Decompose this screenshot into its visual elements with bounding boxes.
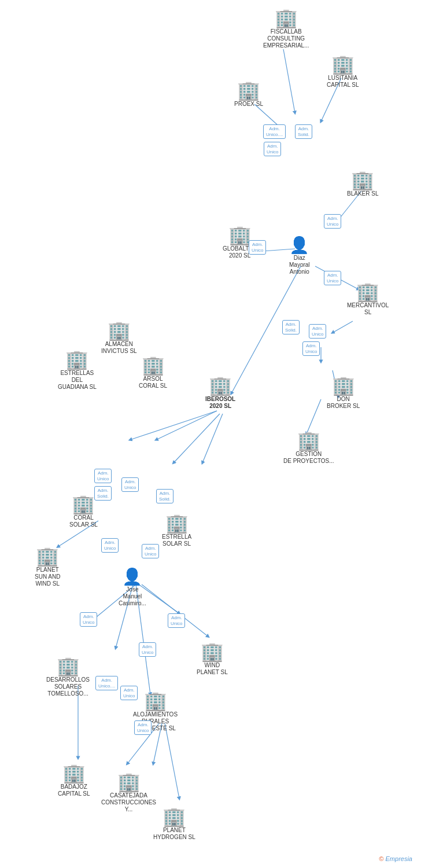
blaker-node[interactable]: 🏢 BLAKER SL [347,171,378,197]
fiscallab-icon: 🏢 [275,9,298,27]
coral-solar-icon: 🏢 [72,495,95,513]
svg-line-10 [306,399,321,434]
svg-line-13 [173,414,220,463]
coral-solar-node[interactable]: 🏢 CORALSOLAR SL [69,495,98,528]
proex-icon: 🏢 [237,81,260,100]
badge-adm-unico-left1[interactable]: Adm.Unico [94,469,112,483]
badajoz-label: BADAJOZCAPITAL SL [58,784,90,797]
planet-hydrogen-icon: 🏢 [163,807,186,826]
wind-planet-icon: 🏢 [201,642,224,661]
don-broker-node[interactable]: 🏢 DONBROKER SL [327,376,360,410]
badge-adm-unico-proex[interactable]: Adm.Unico [264,142,281,156]
desarrollos-icon: 🏢 [57,657,80,675]
badge-adm-unico-globalter[interactable]: Adm.Unico [249,240,266,255]
arsol-label: ARSOLCORAL SL [139,376,167,389]
svg-line-0 [283,49,295,113]
planet-sun-icon: 🏢 [36,547,59,565]
jose-label: JoseManuelCasimiro... [119,586,146,607]
badge-adm-unico-aloj[interactable]: Adm.Unico [134,720,152,735]
badajoz-icon: 🏢 [62,764,86,782]
planet-hydrogen-node[interactable]: 🏢 PLANETHYDROGEN SL [153,807,195,841]
badge-adm-unico-mid1[interactable]: Adm.Unico [309,324,326,339]
wind-planet-label: WINDPLANET SL [197,662,228,676]
badge-adm-solid-left[interactable]: Adm.Solid. [94,486,112,501]
arsol-icon: 🏢 [142,356,165,374]
planet-sun-label: PLANETSUN ANDWIND SL [35,567,60,587]
jose-icon: 👤 [122,569,142,585]
footer-brand: Empresia [386,855,412,862]
planet-sun-node[interactable]: 🏢 PLANETSUN ANDWIND SL [35,547,60,587]
casatejada-label: CASATEJADACONSTRUCCIONESY... [101,792,156,813]
almacen-icon: 🏢 [108,321,131,340]
diagram-container: 🏢 FISCALLABCONSULTINGEMPRESARIAL... 🏢 LU… [0,0,421,868]
gestion-node[interactable]: 🏢 GESTIONDE PROYECTOS... [283,431,334,465]
casatejada-node[interactable]: 🏢 CASATEJADACONSTRUCCIONESY... [101,773,156,813]
don-broker-icon: 🏢 [332,376,355,395]
gestion-label: GESTIONDE PROYECTOS... [283,451,334,465]
badge-adm-unico-des1[interactable]: Adm.Unico.... [95,676,118,690]
badge-adm-unico-mid2[interactable]: Adm.Unico [302,341,320,356]
blaker-icon: 🏢 [351,171,374,189]
arsol-node[interactable]: 🏢 ARSOLCORAL SL [139,356,167,389]
almacen-label: ALMACENINVICTUS SL [101,341,137,355]
mercantivol-icon: 🏢 [356,282,379,301]
diaz-icon: 👤 [289,237,309,253]
mercantivol-node[interactable]: 🏢 MERCANTIVOLSL [347,282,389,316]
jose-node[interactable]: 👤 JoseManuelCasimiro... [119,569,146,607]
svg-line-14 [202,414,223,463]
lusitania-label: LUSITANIACAPITAL SL [327,75,359,89]
casatejada-icon: 🏢 [117,773,141,791]
lusitania-node[interactable]: 🏢 LUSITANIACAPITAL SL [327,55,359,89]
don-broker-label: DONBROKER SL [327,396,360,410]
svg-line-18 [142,584,208,637]
badge-adm-unico-blaker[interactable]: Adm.Unico [324,214,341,229]
gestion-icon: 🏢 [297,431,320,450]
iberosol-icon: 🏢 [209,376,232,395]
estrellas-node[interactable]: 🏢 ESTRELLASDELGUADIANA SL [58,350,97,391]
globalter-icon: 🏢 [228,226,252,244]
blaker-label: BLAKER SL [347,190,378,197]
footer-copyright: © [379,855,383,862]
almacen-node[interactable]: 🏢 ALMACENINVICTUS SL [101,321,137,355]
badge-adm-unico-coral[interactable]: Adm.Unico [101,538,119,553]
lusitania-icon: 🏢 [331,55,354,73]
svg-line-11 [156,411,217,440]
badge-adm-unico-coral2[interactable]: Adm.Unico [142,544,159,558]
desarrollos-node[interactable]: 🏢 DESARROLLOSSOLARESTOMELLOSO... [46,657,90,697]
svg-line-7 [333,321,353,333]
iberosol-label: IBEROSOL2020 SL [205,396,235,410]
badge-adm-unico-jose3[interactable]: Adm.Unico [139,642,156,657]
desarrollos-label: DESARROLLOSSOLARESTOMELLOSO... [46,676,90,697]
coral-solar-label: CORALSOLAR SL [69,514,98,528]
diaz-node[interactable]: 👤 DiazMayoralAntonio [289,237,310,275]
badge-adm-unico-des2[interactable]: Adm.Unico [120,686,138,700]
estrella-solar-node[interactable]: 🏢 ESTRELLASOLAR SL [162,514,191,547]
fiscallab-label: FISCALLABCONSULTINGEMPRESARIAL... [263,28,309,49]
footer: © Empresia [379,855,412,862]
estrellas-label: ESTRELLASDELGUADIANA SL [58,370,97,391]
badajoz-node[interactable]: 🏢 BADAJOZCAPITAL SL [58,764,90,797]
badge-adm-unico-jose2[interactable]: Adm.Unico [168,613,185,628]
svg-line-24 [165,723,179,799]
estrella-solar-label: ESTRELLASOLAR SL [162,534,191,547]
wind-planet-node[interactable]: 🏢 WINDPLANET SL [197,642,228,676]
badge-adm-solid-top[interactable]: Adm.Solid. [295,124,312,139]
mercantivol-label: MERCANTIVOLSL [347,302,389,316]
proex-node[interactable]: 🏢 PROEX SL [234,81,263,108]
badge-adm-solid-mid[interactable]: Adm.Solid. [282,320,300,334]
alojamientos-icon: 🏢 [144,692,167,710]
badge-adm-unico-mercantivol1[interactable]: Adm.Unico [324,271,341,285]
estrella-solar-icon: 🏢 [165,514,189,532]
svg-line-12 [130,411,217,440]
proex-label: PROEX SL [234,101,263,108]
planet-hydrogen-label: PLANETHYDROGEN SL [153,827,195,841]
diaz-label: DiazMayoralAntonio [289,255,310,275]
badge-adm-unico-left2[interactable]: Adm.Unico [121,477,139,492]
estrellas-icon: 🏢 [65,350,88,369]
iberosol-node[interactable]: 🏢 IBEROSOL2020 SL [205,376,235,410]
badge-adm-unico-jose1[interactable]: Adm.Unico [80,612,97,627]
arrows-svg [0,0,421,868]
fiscallab-node[interactable]: 🏢 FISCALLABCONSULTINGEMPRESARIAL... [263,9,309,49]
badge-adm-unico-top1[interactable]: Adm.Unico.... [263,124,286,139]
badge-adm-solid-right[interactable]: Adm.Solid. [156,489,173,503]
